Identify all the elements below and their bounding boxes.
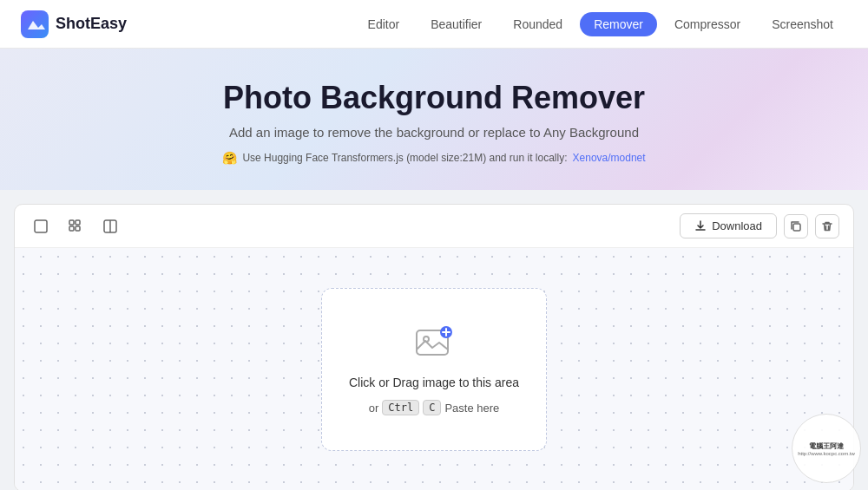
nav-beautifier[interactable]: Beautifier [417, 12, 496, 36]
ctrl-key: Ctrl [382, 400, 419, 415]
modnet-link[interactable]: Xenova/modnet [573, 152, 646, 164]
nav-rounded[interactable]: Rounded [499, 12, 576, 36]
hero-section: Photo Background Remover Add an image to… [0, 49, 868, 190]
hero-subtitle: Add an image to remove the background or… [17, 125, 851, 140]
upload-image-icon [413, 323, 455, 365]
svg-rect-4 [69, 226, 74, 231]
watermark-badge: 電腦王阿達 http://www.kocpc.com.tw [792, 414, 861, 483]
hero-badge: 🤗 Use Hugging Face Transformers.js (mode… [222, 151, 645, 165]
download-icon [694, 220, 707, 232]
svg-rect-8 [793, 224, 800, 231]
svg-rect-3 [76, 220, 80, 225]
nav-remover[interactable]: Remover [580, 12, 657, 36]
clear-icon [821, 220, 833, 232]
split-view-icon[interactable] [98, 214, 122, 238]
paste-text: Paste here [444, 402, 499, 415]
upload-or-text: or [369, 402, 379, 415]
upload-sub-text: or Ctrl C Paste here [369, 400, 500, 415]
svg-rect-5 [76, 226, 80, 231]
upload-main-text: Click or Drag image to this area [349, 376, 519, 389]
header: ShotEasy Editor Beautifier Rounded Remov… [0, 0, 868, 49]
toolbar-left [29, 214, 122, 238]
copy-icon [790, 220, 802, 232]
badge-text: Use Hugging Face Transformers.js (model … [242, 152, 567, 164]
nav-editor[interactable]: Editor [354, 12, 414, 36]
copy-button[interactable] [784, 214, 808, 238]
watermark-site: 電腦王阿達 [809, 441, 844, 451]
grid-view-icon[interactable] [63, 214, 88, 238]
svg-rect-1 [35, 220, 47, 232]
logo: ShotEasy [21, 10, 127, 38]
watermark-url: http://www.kocpc.com.tw [798, 451, 855, 456]
hero-title: Photo Background Remover [17, 80, 851, 116]
huggingface-icon: 🤗 [222, 151, 237, 165]
main-panel: Download [14, 204, 854, 490]
toolbar: Download [15, 205, 853, 248]
nav: Editor Beautifier Rounded Remover Compre… [354, 12, 847, 36]
nav-compressor[interactable]: Compressor [661, 12, 754, 36]
upload-area[interactable]: Click or Drag image to this area or Ctrl… [15, 248, 853, 490]
c-key: C [423, 400, 441, 415]
clear-button[interactable] [815, 214, 839, 238]
nav-screenshot[interactable]: Screenshot [758, 12, 847, 36]
download-button[interactable]: Download [680, 213, 777, 238]
toolbar-right: Download [680, 213, 839, 238]
download-label: Download [712, 219, 762, 232]
logo-icon [21, 10, 49, 38]
single-view-icon[interactable] [29, 214, 53, 238]
upload-dropzone[interactable]: Click or Drag image to this area or Ctrl… [321, 288, 547, 451]
svg-rect-2 [69, 220, 74, 225]
logo-text: ShotEasy [56, 15, 127, 33]
